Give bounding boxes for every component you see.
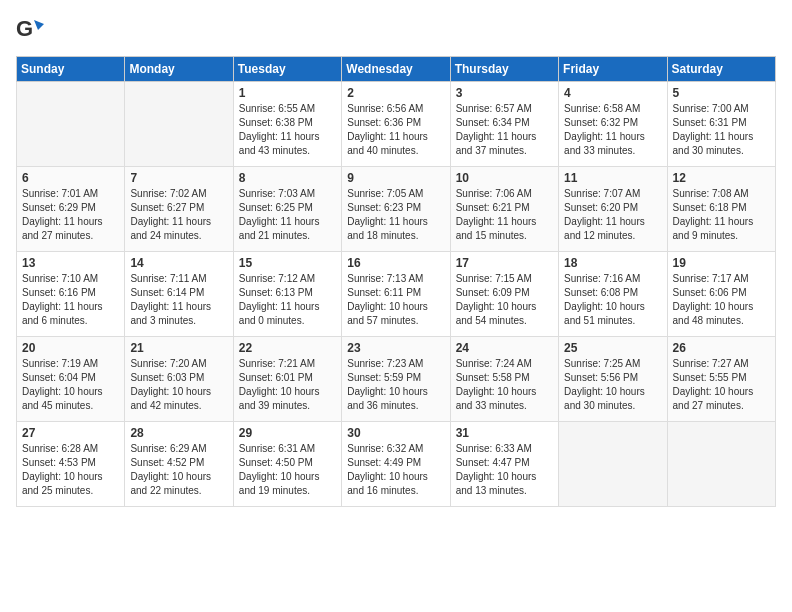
day-number: 15	[239, 256, 336, 270]
day-number: 3	[456, 86, 553, 100]
calendar-cell: 13 Sunrise: 7:10 AMSunset: 6:16 PMDaylig…	[17, 252, 125, 337]
day-number: 6	[22, 171, 119, 185]
day-info: Sunrise: 6:56 AMSunset: 6:36 PMDaylight:…	[347, 102, 444, 158]
day-number: 16	[347, 256, 444, 270]
calendar-cell: 11 Sunrise: 7:07 AMSunset: 6:20 PMDaylig…	[559, 167, 667, 252]
day-info: Sunrise: 6:58 AMSunset: 6:32 PMDaylight:…	[564, 102, 661, 158]
day-info: Sunrise: 6:55 AMSunset: 6:38 PMDaylight:…	[239, 102, 336, 158]
day-number: 29	[239, 426, 336, 440]
day-info: Sunrise: 7:20 AMSunset: 6:03 PMDaylight:…	[130, 357, 227, 413]
day-info: Sunrise: 7:25 AMSunset: 5:56 PMDaylight:…	[564, 357, 661, 413]
calendar-cell: 18 Sunrise: 7:16 AMSunset: 6:08 PMDaylig…	[559, 252, 667, 337]
calendar-table: SundayMondayTuesdayWednesdayThursdayFrid…	[16, 56, 776, 507]
calendar-cell	[559, 422, 667, 507]
day-info: Sunrise: 7:05 AMSunset: 6:23 PMDaylight:…	[347, 187, 444, 243]
day-info: Sunrise: 6:57 AMSunset: 6:34 PMDaylight:…	[456, 102, 553, 158]
weekday-header-tuesday: Tuesday	[233, 57, 341, 82]
page-header: G	[16, 16, 776, 44]
day-info: Sunrise: 7:19 AMSunset: 6:04 PMDaylight:…	[22, 357, 119, 413]
day-number: 7	[130, 171, 227, 185]
weekday-header-sunday: Sunday	[17, 57, 125, 82]
calendar-cell: 9 Sunrise: 7:05 AMSunset: 6:23 PMDayligh…	[342, 167, 450, 252]
weekday-header-saturday: Saturday	[667, 57, 775, 82]
day-number: 9	[347, 171, 444, 185]
weekday-header-wednesday: Wednesday	[342, 57, 450, 82]
day-number: 20	[22, 341, 119, 355]
day-number: 19	[673, 256, 770, 270]
calendar-cell: 14 Sunrise: 7:11 AMSunset: 6:14 PMDaylig…	[125, 252, 233, 337]
calendar-cell: 28 Sunrise: 6:29 AMSunset: 4:52 PMDaylig…	[125, 422, 233, 507]
calendar-cell: 20 Sunrise: 7:19 AMSunset: 6:04 PMDaylig…	[17, 337, 125, 422]
calendar-week-row: 13 Sunrise: 7:10 AMSunset: 6:16 PMDaylig…	[17, 252, 776, 337]
day-number: 5	[673, 86, 770, 100]
calendar-cell: 19 Sunrise: 7:17 AMSunset: 6:06 PMDaylig…	[667, 252, 775, 337]
day-number: 14	[130, 256, 227, 270]
calendar-cell: 4 Sunrise: 6:58 AMSunset: 6:32 PMDayligh…	[559, 82, 667, 167]
calendar-cell: 25 Sunrise: 7:25 AMSunset: 5:56 PMDaylig…	[559, 337, 667, 422]
calendar-week-row: 6 Sunrise: 7:01 AMSunset: 6:29 PMDayligh…	[17, 167, 776, 252]
calendar-cell	[667, 422, 775, 507]
day-number: 1	[239, 86, 336, 100]
svg-text:G: G	[16, 16, 33, 41]
day-number: 10	[456, 171, 553, 185]
day-number: 4	[564, 86, 661, 100]
day-info: Sunrise: 7:16 AMSunset: 6:08 PMDaylight:…	[564, 272, 661, 328]
calendar-week-row: 20 Sunrise: 7:19 AMSunset: 6:04 PMDaylig…	[17, 337, 776, 422]
day-number: 31	[456, 426, 553, 440]
day-info: Sunrise: 7:23 AMSunset: 5:59 PMDaylight:…	[347, 357, 444, 413]
day-info: Sunrise: 7:02 AMSunset: 6:27 PMDaylight:…	[130, 187, 227, 243]
calendar-cell: 8 Sunrise: 7:03 AMSunset: 6:25 PMDayligh…	[233, 167, 341, 252]
calendar-cell: 17 Sunrise: 7:15 AMSunset: 6:09 PMDaylig…	[450, 252, 558, 337]
day-info: Sunrise: 7:10 AMSunset: 6:16 PMDaylight:…	[22, 272, 119, 328]
day-info: Sunrise: 7:17 AMSunset: 6:06 PMDaylight:…	[673, 272, 770, 328]
day-info: Sunrise: 6:28 AMSunset: 4:53 PMDaylight:…	[22, 442, 119, 498]
day-info: Sunrise: 7:11 AMSunset: 6:14 PMDaylight:…	[130, 272, 227, 328]
day-info: Sunrise: 7:13 AMSunset: 6:11 PMDaylight:…	[347, 272, 444, 328]
calendar-cell: 6 Sunrise: 7:01 AMSunset: 6:29 PMDayligh…	[17, 167, 125, 252]
day-number: 30	[347, 426, 444, 440]
calendar-cell: 1 Sunrise: 6:55 AMSunset: 6:38 PMDayligh…	[233, 82, 341, 167]
day-info: Sunrise: 6:32 AMSunset: 4:49 PMDaylight:…	[347, 442, 444, 498]
day-info: Sunrise: 7:08 AMSunset: 6:18 PMDaylight:…	[673, 187, 770, 243]
day-number: 27	[22, 426, 119, 440]
weekday-header-monday: Monday	[125, 57, 233, 82]
calendar-week-row: 27 Sunrise: 6:28 AMSunset: 4:53 PMDaylig…	[17, 422, 776, 507]
day-info: Sunrise: 6:33 AMSunset: 4:47 PMDaylight:…	[456, 442, 553, 498]
day-info: Sunrise: 7:12 AMSunset: 6:13 PMDaylight:…	[239, 272, 336, 328]
calendar-cell: 26 Sunrise: 7:27 AMSunset: 5:55 PMDaylig…	[667, 337, 775, 422]
logo: G	[16, 16, 48, 44]
day-info: Sunrise: 7:27 AMSunset: 5:55 PMDaylight:…	[673, 357, 770, 413]
calendar-cell: 30 Sunrise: 6:32 AMSunset: 4:49 PMDaylig…	[342, 422, 450, 507]
day-info: Sunrise: 7:15 AMSunset: 6:09 PMDaylight:…	[456, 272, 553, 328]
day-number: 28	[130, 426, 227, 440]
weekday-header-friday: Friday	[559, 57, 667, 82]
calendar-cell: 21 Sunrise: 7:20 AMSunset: 6:03 PMDaylig…	[125, 337, 233, 422]
calendar-cell: 7 Sunrise: 7:02 AMSunset: 6:27 PMDayligh…	[125, 167, 233, 252]
logo-icon: G	[16, 16, 44, 44]
day-info: Sunrise: 7:00 AMSunset: 6:31 PMDaylight:…	[673, 102, 770, 158]
day-number: 17	[456, 256, 553, 270]
calendar-cell: 16 Sunrise: 7:13 AMSunset: 6:11 PMDaylig…	[342, 252, 450, 337]
day-number: 2	[347, 86, 444, 100]
calendar-cell	[17, 82, 125, 167]
day-number: 22	[239, 341, 336, 355]
day-info: Sunrise: 6:31 AMSunset: 4:50 PMDaylight:…	[239, 442, 336, 498]
day-info: Sunrise: 7:03 AMSunset: 6:25 PMDaylight:…	[239, 187, 336, 243]
day-info: Sunrise: 6:29 AMSunset: 4:52 PMDaylight:…	[130, 442, 227, 498]
calendar-cell: 15 Sunrise: 7:12 AMSunset: 6:13 PMDaylig…	[233, 252, 341, 337]
calendar-cell	[125, 82, 233, 167]
day-number: 26	[673, 341, 770, 355]
weekday-header-thursday: Thursday	[450, 57, 558, 82]
day-info: Sunrise: 7:24 AMSunset: 5:58 PMDaylight:…	[456, 357, 553, 413]
day-number: 25	[564, 341, 661, 355]
svg-marker-1	[34, 20, 44, 30]
calendar-cell: 2 Sunrise: 6:56 AMSunset: 6:36 PMDayligh…	[342, 82, 450, 167]
day-number: 12	[673, 171, 770, 185]
calendar-cell: 24 Sunrise: 7:24 AMSunset: 5:58 PMDaylig…	[450, 337, 558, 422]
calendar-cell: 27 Sunrise: 6:28 AMSunset: 4:53 PMDaylig…	[17, 422, 125, 507]
day-number: 23	[347, 341, 444, 355]
day-info: Sunrise: 7:21 AMSunset: 6:01 PMDaylight:…	[239, 357, 336, 413]
calendar-cell: 23 Sunrise: 7:23 AMSunset: 5:59 PMDaylig…	[342, 337, 450, 422]
day-number: 8	[239, 171, 336, 185]
day-number: 11	[564, 171, 661, 185]
